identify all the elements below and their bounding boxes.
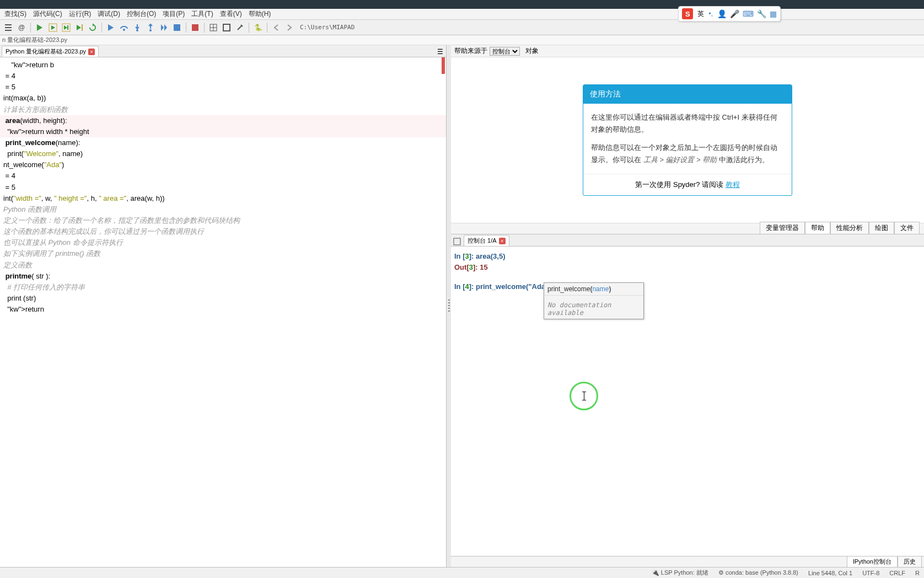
editor-menu-icon[interactable]: ☰	[436, 47, 444, 57]
help-body-1: 在这里你可以通过在编辑器或者终端中按 Ctrl+I 来获得任何对象的帮助信息。	[591, 111, 784, 136]
code-line[interactable]: print (str)	[0, 293, 446, 304]
svg-rect-9	[223, 24, 230, 31]
code-line[interactable]: 定义一个函数：给了函数一个名称，指定了函数里包含的参数和代码块结构	[0, 215, 446, 226]
menu-project[interactable]: 项目(P)	[159, 8, 188, 20]
menu-tools[interactable]: 工具(T)	[188, 8, 216, 20]
run-cell-advance-icon[interactable]	[60, 22, 72, 34]
run-icon[interactable]	[34, 22, 46, 34]
console-tab-label: 控制台 1/A	[468, 237, 497, 245]
ime-mic-icon[interactable]: 🎤	[730, 9, 739, 18]
code-line[interactable]: 定义函数	[0, 260, 446, 271]
ime-punct-icon[interactable]: •,	[708, 10, 713, 18]
step-out-icon[interactable]	[144, 22, 157, 34]
code-line[interactable]: int("width =", w, " height =", h, " area…	[0, 193, 446, 204]
ime-person-icon[interactable]: 👤	[717, 9, 727, 18]
code-line[interactable]: 也可以直接从 Python 命令提示符执行	[0, 237, 446, 248]
help-header: 帮助来源于 控制台 对象	[451, 45, 924, 57]
close-console-icon[interactable]: ×	[499, 238, 506, 244]
code-line[interactable]: # 打印任何传入的字符串	[0, 282, 446, 293]
at-icon[interactable]: @	[15, 22, 28, 34]
code-line[interactable]: "kw">return width * height	[0, 126, 446, 137]
back-icon[interactable]	[270, 22, 282, 34]
menu-source[interactable]: 源代码(C)	[30, 8, 66, 20]
window-titlebar	[0, 0, 924, 9]
run-cell-icon[interactable]	[47, 22, 59, 34]
menu-view[interactable]: 查看(V)	[217, 8, 245, 20]
code-line[interactable]: = 5	[0, 82, 446, 93]
code-line[interactable]: nt_welcome("Ada")	[0, 159, 446, 170]
step-over-icon[interactable]	[118, 22, 130, 34]
console-menu-icon[interactable]	[453, 237, 461, 246]
tab-history[interactable]: 历史	[898, 556, 922, 568]
code-line[interactable]: = 4	[0, 71, 446, 82]
code-line[interactable]: 这个函数的基本结构完成以后，你可以通过另一个函数调用执行	[0, 226, 446, 237]
ime-lang[interactable]: 英	[697, 9, 704, 19]
code-line[interactable]: 计算长方形面积函数	[0, 104, 446, 115]
run-selection-icon[interactable]	[73, 22, 85, 34]
close-tab-icon[interactable]: ×	[88, 49, 95, 55]
menu-find[interactable]: 查找(S)	[1, 8, 30, 20]
code-line[interactable]: int(max(a, b))	[0, 93, 446, 104]
status-conda[interactable]: ⚙ conda: base (Python 3.8.8)	[718, 569, 798, 576]
ime-icons: 👤 🎤 ⌨ 🔧 ▦	[717, 9, 777, 18]
signature-tooltip: print_welcome(name) No documentation ava…	[544, 282, 644, 319]
menu-help[interactable]: 帮助(H)	[245, 8, 275, 20]
code-line[interactable]: = 5	[0, 182, 446, 193]
console-in-4[interactable]: In [4]: print_welcome("Ada	[454, 281, 921, 292]
layout-icon[interactable]	[207, 22, 219, 34]
ime-tool-icon[interactable]: 🔧	[757, 9, 766, 18]
menu-console[interactable]: 控制台(O)	[123, 8, 159, 20]
continue-icon[interactable]	[158, 22, 170, 34]
console-bottom-tabs: IPython控制台 历史	[451, 556, 924, 567]
code-line[interactable]: print_welcome(name):	[0, 137, 446, 148]
ime-toolbar[interactable]: S 英 •, 👤 🎤 ⌨ 🔧 ▦	[678, 6, 781, 22]
status-eol[interactable]: CRLF	[889, 570, 905, 576]
tab-help[interactable]: 帮助	[805, 222, 830, 234]
editor-tab[interactable]: Python 量化编程基础-2023.py ×	[2, 46, 99, 57]
menu-debug[interactable]: 调试(D)	[94, 8, 123, 20]
code-line[interactable]: printme( str ):	[0, 271, 446, 282]
code-editor[interactable]: "kw">return b = 4 = 5int(max(a, b))计算长方形…	[0, 57, 446, 567]
code-line[interactable]: print("Welcome", name)	[0, 148, 446, 159]
code-line[interactable]: 如下实例调用了 printme() 函数	[0, 248, 446, 259]
right-pane: 帮助来源于 控制台 对象 使用方法 在这里你可以通过在编辑器或者终端中按 Ctr…	[451, 45, 924, 567]
svg-rect-6	[174, 24, 180, 31]
stop-debug-icon[interactable]	[171, 22, 183, 34]
tab-files[interactable]: 文件	[894, 222, 920, 234]
svg-point-3	[123, 29, 125, 31]
status-lsp: 🔌 LSP Python: 就绪	[652, 569, 708, 577]
console-body[interactable]: In [3]: area(3,5) Out[3]: 15 In [4]: pri…	[451, 247, 924, 556]
help-source-select[interactable]: 控制台	[490, 47, 520, 56]
splitter[interactable]	[447, 45, 451, 567]
tab-profiler[interactable]: 性能分析	[830, 222, 869, 234]
ime-keyboard-icon[interactable]: ⌨	[743, 9, 754, 18]
tutorial-link[interactable]: 教程	[726, 180, 740, 189]
code-line[interactable]: area(width, height):	[0, 115, 446, 126]
code-line[interactable]: Python 函数调用	[0, 204, 446, 215]
debug-icon[interactable]	[105, 22, 117, 34]
python-path-icon[interactable]: 🐍	[252, 22, 264, 34]
outline-icon[interactable]	[2, 22, 14, 34]
rerun-icon[interactable]	[87, 22, 99, 34]
status-line-col[interactable]: Line 5448, Col 1	[808, 570, 852, 576]
stop-icon[interactable]	[189, 22, 201, 34]
svg-rect-7	[192, 24, 198, 31]
preferences-icon[interactable]	[234, 22, 246, 34]
status-encoding[interactable]: UTF-8	[862, 570, 879, 576]
forward-icon[interactable]	[283, 22, 296, 34]
maximize-icon[interactable]	[221, 22, 233, 34]
step-into-icon[interactable]	[131, 22, 143, 34]
tab-ipython-console[interactable]: IPython控制台	[847, 556, 898, 568]
code-line[interactable]: "kw">return b	[0, 60, 446, 71]
code-line[interactable]: "kw">return	[0, 304, 446, 315]
help-body-2: 帮助信息可以在一个对象之后加上一个左圆括号的时候自动显示。你可以在 工具 > 偏…	[591, 142, 784, 166]
menu-run[interactable]: 运行(R)	[66, 8, 95, 20]
code-line[interactable]: = 4	[0, 170, 446, 181]
tab-plots[interactable]: 绘图	[869, 222, 894, 234]
console-tab[interactable]: 控制台 1/A ×	[464, 235, 509, 246]
statusbar: 🔌 LSP Python: 就绪 ⚙ conda: base (Python 3…	[0, 567, 924, 578]
tab-variable-explorer[interactable]: 变量管理器	[760, 222, 805, 234]
scroll-marker	[442, 57, 445, 74]
tooltip-doc: No documentation available	[544, 295, 643, 319]
ime-grid-icon[interactable]: ▦	[770, 9, 777, 18]
